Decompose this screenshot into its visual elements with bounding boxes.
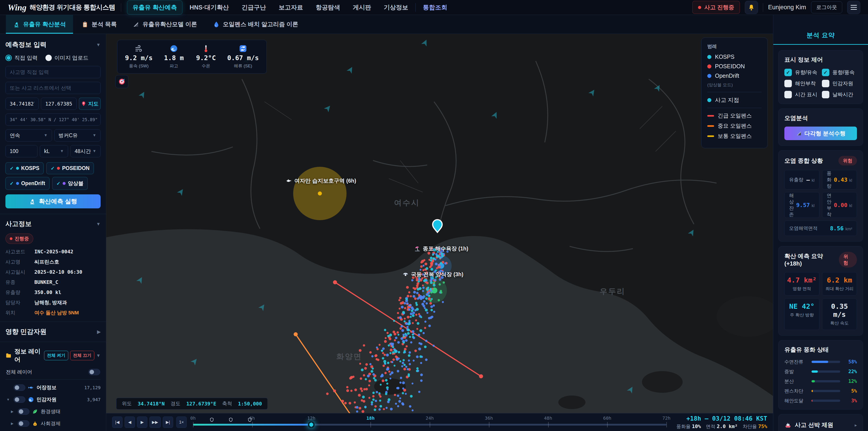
wind-icon	[135, 44, 143, 53]
legend-fence-row: 긴급 오일펜스	[707, 112, 762, 119]
speed-select[interactable]: 1×	[176, 417, 187, 428]
legend-fence-row: 보통 오일펜스	[707, 132, 762, 140]
display-check-해안부착[interactable]: 해안부착	[784, 80, 819, 87]
model-dot-icon	[57, 167, 60, 170]
zone-label: 여자만 습지보호구역 (6h)	[286, 177, 356, 184]
current-icon	[239, 44, 247, 53]
chevron-down-icon: ▼	[60, 149, 64, 153]
tab-1[interactable]: 유출유 확산분석	[6, 15, 73, 34]
nav-item-4[interactable]: 보고자료	[273, 0, 309, 14]
display-check-민감자원[interactable]: 민감자원	[822, 80, 857, 87]
layer-toggle[interactable]	[18, 420, 29, 427]
moneybag-icon: $	[32, 421, 38, 427]
model-chip-poseidon[interactable]: ✓POSEIDON	[46, 162, 94, 174]
predict-input-header[interactable]: 예측정보 입력 ▼	[5, 40, 101, 49]
nav-item-3[interactable]: 긴급구난	[236, 0, 272, 14]
layer-toggle[interactable]	[13, 396, 25, 403]
radio-image-upload[interactable]: 이미지 업로드	[45, 54, 89, 61]
spill-type-select[interactable]: 연속 ▼	[5, 129, 52, 142]
nav-item-2[interactable]: HNS·대기확산	[184, 0, 235, 14]
model-chip-opendrift[interactable]: ✓OpenDrift	[5, 177, 50, 190]
play-button[interactable]: ▶	[137, 417, 147, 428]
layer-toggle[interactable]	[13, 384, 25, 391]
display-check-유향/유속[interactable]: ✓유향/유속	[784, 69, 819, 76]
master-layer-toggle[interactable]	[88, 369, 100, 375]
timeline-stat-차단율: 차단율 75%	[743, 423, 767, 430]
recenter-incident-button[interactable]	[115, 75, 128, 88]
amount-input[interactable]	[5, 145, 37, 157]
check-label: 유향/유속	[795, 69, 817, 76]
oil-type-select[interactable]: 벙커C유 ▼	[54, 129, 101, 142]
incident-row-value: 씨프린스호	[34, 258, 59, 265]
incident-detail-list: 사고코드INC-2025-0042사고명씨프린스호사고일시2025-02-10 …	[5, 248, 101, 316]
radio-on-icon	[5, 55, 12, 61]
incident-list-input[interactable]	[5, 82, 101, 94]
checkbox-unchecked-icon	[784, 91, 792, 98]
tab-2[interactable]: 분석 목록	[74, 15, 124, 34]
layers-all-on-button[interactable]: 전체 켜기	[44, 351, 68, 360]
tab-4[interactable]: 오일펜스 배치 알고리즘 이론	[206, 15, 306, 34]
layer-toggle[interactable]	[18, 408, 29, 415]
section-divider	[0, 321, 106, 322]
fence-deploy-marker-icon	[209, 417, 214, 422]
step-back-button[interactable]: ◀	[125, 417, 135, 428]
layer-tree: 어장정보17,129▼민감자원3,947▶환경생태▶$사회경제▼민감도평가▶계절…	[5, 381, 101, 431]
chevron-down-icon[interactable]: ▼	[5, 398, 11, 401]
impact-resources-header[interactable]: 영향 민감자원 ▶	[5, 327, 101, 336]
forecast-value: NE 42°	[785, 302, 818, 310]
incident-status-badge: 진행중	[5, 234, 33, 244]
model-chip-kosps[interactable]: ✓KOSPS	[5, 162, 43, 174]
forecast-stat: 0.35 m/s확산 속도	[822, 298, 857, 330]
layers-all-off-button[interactable]: 전체 끄기	[70, 351, 94, 360]
weather-label: 풍속 (SW)	[129, 63, 149, 69]
fast-forward-button[interactable]: ▶▶	[149, 417, 161, 428]
skip-end-button[interactable]: ▶|	[163, 417, 173, 428]
nav-item-7[interactable]: 기상정보	[378, 0, 414, 14]
map-canvas[interactable]: 9.2 m/s풍속 (SW)1.8 m파고9.2°C수온0.67 m/s해류 (…	[106, 34, 773, 413]
nav-item-6[interactable]: 게시판	[347, 0, 377, 14]
run-prediction-button[interactable]: 확산예측 실행	[5, 194, 101, 208]
incident-active-badge[interactable]: 사고 진행중	[692, 1, 740, 14]
latitude-input[interactable]	[5, 98, 39, 110]
radio-direct-input[interactable]: 직접 입력	[5, 54, 38, 61]
longitude-input[interactable]	[41, 98, 76, 110]
check-icon: ✓	[10, 166, 14, 171]
chevron-right-icon[interactable]: ▶	[9, 422, 15, 426]
layer-count: 3,947	[87, 397, 101, 402]
weathering-track	[811, 361, 840, 363]
unit-select[interactable]: kL ▼	[40, 145, 68, 157]
chevron-right-icon[interactable]: ▶	[9, 409, 15, 413]
zone-label: 국동 전복 양식장 (3h)	[402, 271, 463, 278]
incident-info-header[interactable]: 사고정보 ▼	[5, 219, 101, 228]
notifications-button[interactable]	[745, 1, 758, 14]
incident-name-input[interactable]	[5, 66, 101, 78]
nav-item-1[interactable]: 유출유 확산예측	[127, 0, 182, 14]
logout-button[interactable]: 로그아웃	[811, 1, 842, 13]
stat-unit: kl	[849, 178, 852, 183]
pick-on-map-button[interactable]: 지도	[79, 98, 101, 110]
polygon-analysis-button[interactable]: 다각형 분석수행	[784, 127, 857, 140]
tab-3[interactable]: 유출유확산모델 이론	[125, 15, 204, 34]
pollution-stat-유출량: 유출량—kl	[784, 170, 819, 189]
time-slider[interactable]: 0h6h12h18h24h36h48h60h72h	[193, 413, 666, 431]
skip-start-button[interactable]: |◀	[112, 417, 123, 428]
model-chip-label: KOSPS	[21, 165, 39, 171]
model-chip-앙상블[interactable]: ✓앙상블	[52, 177, 88, 190]
check-icon: ✓	[51, 166, 55, 171]
display-check-시간 표시[interactable]: 시간 표시	[784, 91, 819, 98]
menu-button[interactable]	[847, 1, 860, 14]
target-icon	[118, 78, 126, 86]
duration-select[interactable]: 48시간 ▼	[70, 145, 101, 157]
incident-row-label: 유출량	[5, 289, 34, 296]
nav-item-5[interactable]: 항공탐색	[310, 0, 346, 14]
bird-icon	[286, 178, 292, 184]
display-check-날짜시간[interactable]: 날짜시간	[822, 91, 857, 98]
fence-line-icon	[707, 125, 714, 127]
display-check-풍향/풍속[interactable]: ✓풍향/풍속	[822, 69, 857, 76]
svg-text:$: $	[34, 423, 36, 425]
nav-item-8[interactable]: 통합조회	[417, 0, 453, 14]
tab-analysis-summary[interactable]: 분석 요약	[773, 15, 868, 45]
timeline-stat-value: 10%	[692, 424, 701, 429]
ship-spec-card[interactable]: 사고 선박 제원 ▸	[778, 414, 863, 431]
stat-value-wrap: 0.00kl	[834, 202, 852, 208]
